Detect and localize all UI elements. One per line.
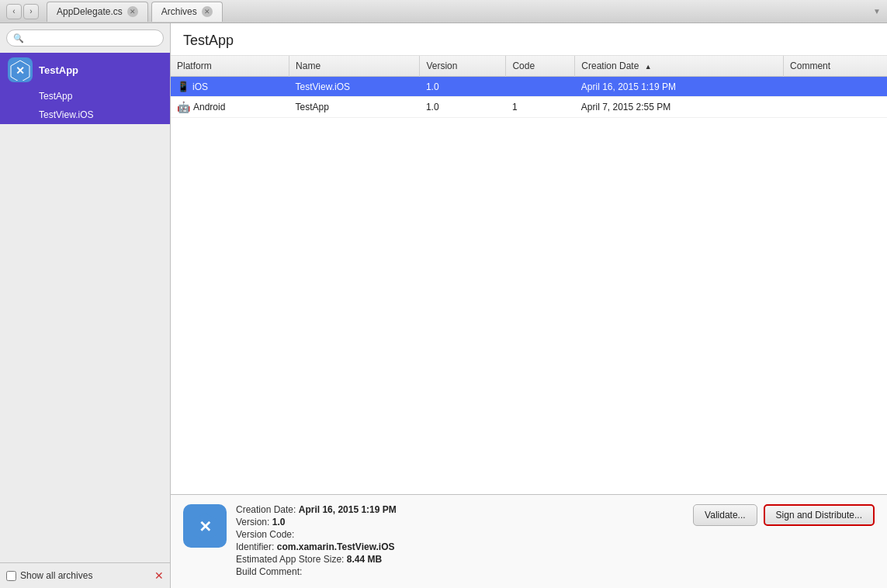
content-area: TestApp Platform Name Version bbox=[171, 23, 887, 588]
col-platform[interactable]: Platform bbox=[171, 56, 289, 77]
cell-name-android: TestApp bbox=[289, 97, 420, 118]
col-name[interactable]: Name bbox=[289, 56, 420, 77]
main-layout: 🔍 ✕ TestApp TestApp bbox=[0, 23, 887, 588]
android-platform: 🤖 Android bbox=[177, 101, 225, 113]
detail-actions: Validate... Sign and Distribute... bbox=[693, 504, 875, 529]
tab-appdelegate-label: AppDelegate.cs bbox=[57, 6, 123, 17]
search-bar: 🔍 bbox=[0, 23, 170, 53]
cell-comment-ios bbox=[784, 77, 887, 97]
detail-build-comment: Build Comment: bbox=[236, 566, 684, 577]
detail-info: Creation Date: April 16, 2015 1:19 PM Ve… bbox=[236, 504, 684, 579]
table-row[interactable]: 🤖 Android TestApp 1.0 1 April 7, 2015 2:… bbox=[171, 97, 887, 118]
sidebar-group: ✕ TestApp TestApp TestView.iOS bbox=[0, 53, 170, 562]
tab-archives-label: Archives bbox=[161, 6, 197, 17]
sidebar-item-testapp[interactable]: TestApp bbox=[0, 87, 170, 105]
cell-code-ios bbox=[506, 77, 575, 97]
content-title: TestApp bbox=[171, 23, 887, 56]
sidebar-sub-items: TestApp TestView.iOS bbox=[0, 87, 170, 124]
search-icon: 🔍 bbox=[13, 33, 24, 43]
forward-button[interactable]: › bbox=[23, 4, 39, 19]
sidebar-app-item[interactable]: ✕ TestApp bbox=[0, 53, 170, 87]
cell-date-ios: April 16, 2015 1:19 PM bbox=[575, 77, 784, 97]
sidebar: 🔍 ✕ TestApp TestApp bbox=[0, 23, 171, 588]
sidebar-item-testview[interactable]: TestView.iOS bbox=[0, 105, 170, 124]
col-code[interactable]: Code bbox=[506, 56, 575, 77]
clear-icon[interactable]: ✕ bbox=[154, 569, 164, 582]
show-archives-checkbox[interactable] bbox=[6, 571, 16, 581]
ios-platform: 📱 iOS bbox=[177, 81, 208, 92]
cell-code-android: 1 bbox=[506, 97, 575, 118]
cell-name-ios: TestView.iOS bbox=[289, 77, 420, 97]
svg-text:✕: ✕ bbox=[16, 64, 25, 77]
table-container: Platform Name Version Code Creation Date bbox=[171, 56, 887, 494]
back-button[interactable]: ‹ bbox=[6, 4, 22, 19]
cell-version-android: 1.0 bbox=[420, 97, 506, 118]
cell-version-ios: 1.0 bbox=[420, 77, 506, 97]
svg-text:✕: ✕ bbox=[199, 518, 212, 535]
col-creation-date[interactable]: Creation Date ▲ bbox=[575, 56, 784, 77]
xamarin-icon-svg: ✕ bbox=[9, 59, 31, 81]
validate-button[interactable]: Validate... bbox=[693, 504, 757, 526]
tab-appdelegate-close[interactable]: ✕ bbox=[127, 6, 138, 17]
sort-arrow-icon: ▲ bbox=[645, 63, 652, 71]
detail-version: Version: 1.0 bbox=[236, 517, 684, 527]
detail-panel-inner: ✕ Creation Date: April 16, 2015 1:19 PM … bbox=[183, 504, 875, 579]
detail-xamarin-icon: ✕ bbox=[189, 510, 220, 541]
cell-platform-android: 🤖 Android bbox=[171, 97, 289, 118]
cell-platform-ios: 📱 iOS bbox=[171, 77, 289, 97]
tab-archives[interactable]: Archives ✕ bbox=[151, 2, 223, 22]
ios-icon: 📱 bbox=[177, 81, 189, 92]
nav-buttons: ‹ › bbox=[6, 4, 39, 19]
col-version[interactable]: Version bbox=[420, 56, 506, 77]
title-bar: ‹ › AppDelegate.cs ✕ Archives ✕ ▼ bbox=[0, 0, 887, 23]
table-header-row: Platform Name Version Code Creation Date bbox=[171, 56, 887, 77]
detail-version-code: Version Code: bbox=[236, 529, 684, 540]
android-icon: 🤖 bbox=[177, 101, 190, 113]
detail-creation-date: Creation Date: April 16, 2015 1:19 PM bbox=[236, 504, 684, 515]
title-bar-right-icon: ▼ bbox=[873, 7, 881, 16]
search-input[interactable] bbox=[28, 33, 157, 43]
sign-distribute-button[interactable]: Sign and Distribute... bbox=[764, 504, 875, 526]
detail-app-icon: ✕ bbox=[183, 504, 227, 548]
app-icon: ✕ bbox=[8, 57, 33, 82]
tab-appdelegate[interactable]: AppDelegate.cs ✕ bbox=[47, 2, 148, 22]
table-row[interactable]: 📱 iOS TestView.iOS 1.0 April 16, 2015 1:… bbox=[171, 77, 887, 97]
detail-panel: ✕ Creation Date: April 16, 2015 1:19 PM … bbox=[171, 494, 887, 588]
detail-identifier: Identifier: com.xamarin.TestView.iOS bbox=[236, 541, 684, 552]
sidebar-app-name: TestApp bbox=[39, 64, 78, 76]
tab-archives-close[interactable]: ✕ bbox=[202, 6, 213, 17]
archive-table: Platform Name Version Code Creation Date bbox=[171, 56, 887, 118]
search-wrapper: 🔍 bbox=[6, 29, 164, 47]
cell-date-android: April 7, 2015 2:55 PM bbox=[575, 97, 784, 118]
show-archives-label[interactable]: Show all archives bbox=[6, 570, 92, 581]
cell-comment-android bbox=[784, 97, 887, 118]
sidebar-bottom: Show all archives ✕ bbox=[0, 562, 170, 588]
detail-estimated-size: Estimated App Store Size: 8.44 MB bbox=[236, 554, 684, 565]
col-comment[interactable]: Comment bbox=[784, 56, 887, 77]
